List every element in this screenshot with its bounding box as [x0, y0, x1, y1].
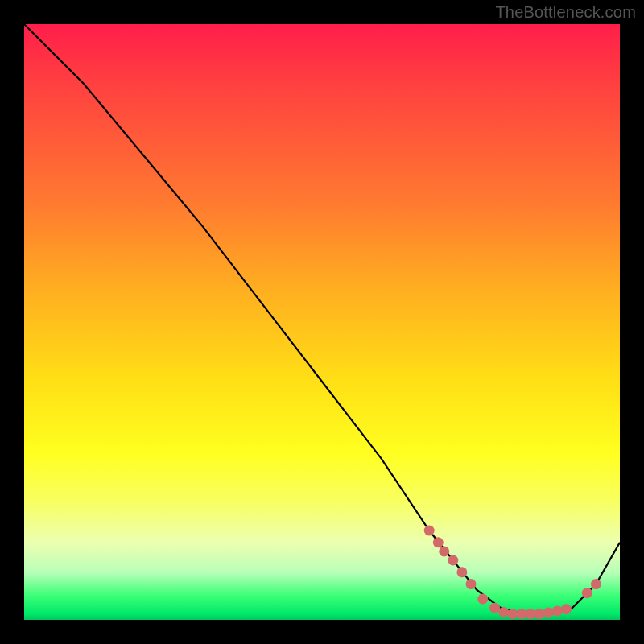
data-point	[439, 546, 449, 556]
data-point	[477, 594, 488, 605]
data-point	[456, 567, 467, 577]
chart-overlay	[24, 24, 620, 620]
data-point	[535, 609, 545, 619]
data-point	[424, 526, 435, 536]
data-point	[466, 579, 477, 589]
data-point	[582, 588, 592, 598]
data-point	[516, 609, 526, 619]
data-point	[561, 604, 572, 614]
chart-container: TheBottleneck.com	[0, 0, 644, 644]
data-point	[489, 603, 500, 613]
data-point	[526, 609, 536, 619]
data-point	[543, 608, 554, 618]
plot-area	[24, 24, 620, 620]
data-point	[507, 609, 518, 619]
data-point	[448, 555, 458, 566]
bottleneck-curve	[24, 24, 620, 614]
data-point	[433, 537, 444, 547]
data-point	[498, 607, 509, 617]
data-point	[591, 579, 601, 589]
data-point	[552, 605, 563, 616]
watermark-text: TheBottleneck.com	[495, 3, 636, 22]
